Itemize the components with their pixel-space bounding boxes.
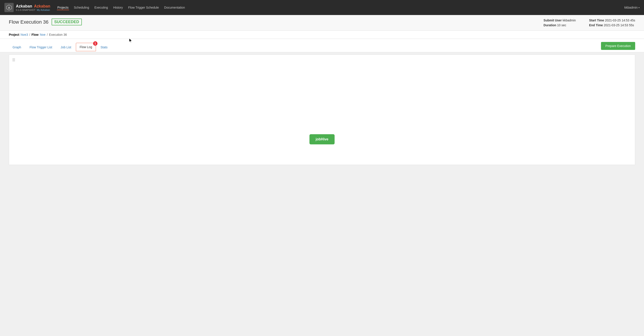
submit-user-label: Submit User bbox=[544, 19, 562, 22]
tabs: Graph Flow Trigger List Job List Flow Lo… bbox=[9, 43, 112, 51]
brand-logo: A bbox=[4, 3, 14, 12]
brand-name-white: Azkaban bbox=[16, 4, 32, 9]
tab-stats[interactable]: Stats bbox=[97, 43, 112, 51]
breadcrumb-sep2: / bbox=[47, 33, 48, 37]
nav-flow-trigger[interactable]: Flow Trigger Schedule bbox=[128, 5, 159, 10]
breadcrumb-project-label: Project bbox=[9, 33, 19, 37]
brand: A Azkaban Azkaban 0.1.0-SNAPSHOT My Azka… bbox=[4, 3, 50, 12]
nav-documentation[interactable]: Documentation bbox=[164, 5, 185, 10]
tabs-container: Graph Flow Trigger List Job List Flow Lo… bbox=[0, 39, 644, 52]
tab-graph[interactable]: Graph bbox=[9, 43, 25, 51]
navbar-user[interactable]: kkbadmin ▾ bbox=[624, 6, 640, 9]
nav-history[interactable]: History bbox=[113, 5, 123, 10]
navbar-left: A Azkaban Azkaban 0.1.0-SNAPSHOT My Azka… bbox=[4, 3, 185, 12]
execution-title-text: Flow Execution 36 bbox=[9, 19, 48, 25]
username-label: kkbadmin bbox=[624, 6, 638, 9]
execution-title: Flow Execution 36 SUCCEEDED bbox=[9, 19, 82, 25]
duration-item: Duration 10 sec bbox=[544, 24, 576, 27]
tab-job-list[interactable]: Job List bbox=[57, 43, 75, 51]
main-content: ☰ jobHive bbox=[9, 55, 635, 165]
duration-value: 10 sec bbox=[557, 24, 566, 27]
nav-scheduling[interactable]: Scheduling bbox=[74, 5, 90, 10]
nav-projects[interactable]: Projects bbox=[57, 5, 69, 10]
brand-version: 0.1.0-SNAPSHOT bbox=[16, 9, 36, 11]
end-time-label: End Time bbox=[589, 24, 603, 27]
breadcrumb-flow-label: Flow bbox=[32, 33, 38, 37]
end-time-value: 2021-03-25 14:53 55s bbox=[604, 24, 634, 27]
brand-my-label: My Azkaban bbox=[37, 9, 50, 11]
user-dropdown-arrow: ▾ bbox=[638, 7, 640, 9]
tab-flow-log[interactable]: Flow Log 1 bbox=[76, 43, 96, 51]
duration-label: Duration bbox=[544, 24, 556, 27]
meta-group-left: Submit User kkbadmin Duration 10 sec bbox=[544, 19, 576, 27]
nav-executing[interactable]: Executing bbox=[94, 5, 108, 10]
nav-links: Projects Scheduling Executing History Fl… bbox=[57, 5, 185, 10]
breadcrumb-flow-link[interactable]: hive bbox=[40, 33, 46, 37]
breadcrumb-sep1: / bbox=[29, 33, 30, 37]
graph-list-icon: ☰ bbox=[12, 58, 15, 62]
submit-user-item: Submit User kkbadmin bbox=[544, 19, 576, 22]
job-node-jobhive[interactable]: jobHive bbox=[310, 134, 334, 144]
breadcrumb-project-link[interactable]: hive3 bbox=[20, 33, 28, 37]
execution-meta: Submit User kkbadmin Duration 10 sec Sta… bbox=[544, 19, 635, 27]
brand-text: Azkaban Azkaban 0.1.0-SNAPSHOT My Azkaba… bbox=[16, 4, 50, 11]
page-header: Flow Execution 36 SUCCEEDED Submit User … bbox=[0, 15, 644, 31]
prepare-execution-button[interactable]: Prepare Execution bbox=[601, 42, 635, 50]
brand-name-orange: Azkaban bbox=[34, 4, 50, 9]
svg-text:A: A bbox=[8, 7, 10, 9]
end-time-item: End Time 2021-03-25 14:53 55s bbox=[589, 24, 635, 27]
breadcrumb: Project hive3 / Flow hive / Execution 36 bbox=[0, 31, 644, 39]
start-time-label: Start Time bbox=[589, 19, 604, 22]
navbar: A Azkaban Azkaban 0.1.0-SNAPSHOT My Azka… bbox=[0, 0, 644, 15]
submit-user-value: kkbadmin bbox=[562, 19, 576, 22]
breadcrumb-execution: Execution 36 bbox=[49, 33, 67, 37]
start-time-value: 2021-03-25 14:53 45s bbox=[605, 19, 635, 22]
start-time-item: Start Time 2021-03-25 14:53 45s bbox=[589, 19, 635, 22]
status-badge: SUCCEEDED bbox=[52, 19, 82, 25]
tab-flow-trigger-list[interactable]: Flow Trigger List bbox=[26, 43, 56, 51]
meta-group-right: Start Time 2021-03-25 14:53 45s End Time… bbox=[589, 19, 635, 27]
